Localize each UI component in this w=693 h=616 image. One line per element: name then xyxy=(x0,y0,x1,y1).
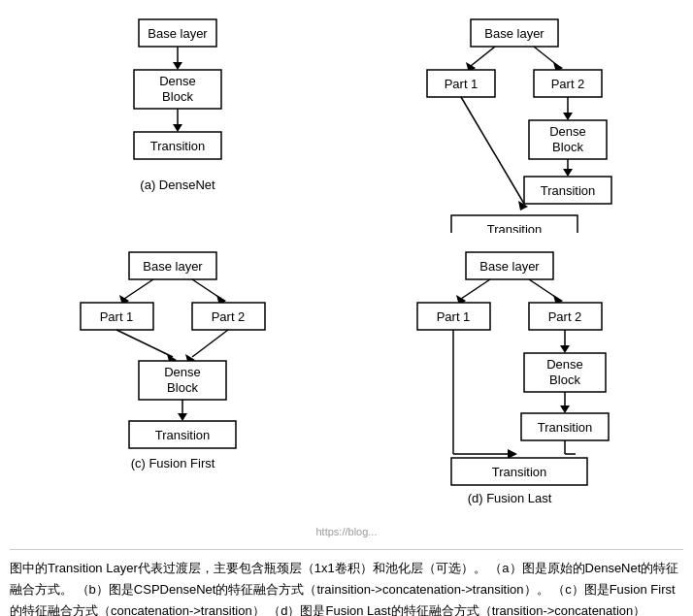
svg-text:(a) DenseNet: (a) DenseNet xyxy=(141,178,216,192)
svg-text:Transition: Transition xyxy=(541,183,596,198)
svg-text:Part 1: Part 1 xyxy=(445,77,478,91)
fusion-first-svg: Base layer Part 1 Part 2 xyxy=(66,243,289,485)
svg-marker-28 xyxy=(563,169,573,177)
description-text: 图中的Transition Layer代表过渡层，主要包含瓶颈层（1x1卷积）和… xyxy=(10,561,678,616)
svg-text:Base layer: Base layer xyxy=(148,26,209,41)
svg-text:Transition: Transition xyxy=(492,465,547,479)
svg-text:Dense: Dense xyxy=(165,365,202,379)
svg-text:Base layer: Base layer xyxy=(485,26,545,41)
svg-text:Part 1: Part 1 xyxy=(437,309,471,324)
watermark-url: https://blog... xyxy=(10,526,683,537)
svg-text:Block: Block xyxy=(550,373,581,387)
svg-marker-54 xyxy=(178,413,187,421)
svg-line-48 xyxy=(192,330,228,357)
svg-line-38 xyxy=(124,279,153,299)
svg-text:Dense: Dense xyxy=(160,74,197,88)
description-area: 图中的Transition Layer代表过渡层，主要包含瓶颈层（1x1卷积）和… xyxy=(10,549,683,616)
svg-text:Transition: Transition xyxy=(155,428,211,442)
cspdensenet-svg: Base layer Part 1 Part 2 Dense xyxy=(408,10,621,233)
diagram-d: Base layer Part 1 Part 2 Dense Block xyxy=(353,243,676,514)
fusion-last-svg: Base layer Part 1 Part 2 Dense Block xyxy=(403,243,626,514)
svg-marker-69 xyxy=(560,345,570,353)
svg-marker-8 xyxy=(173,124,182,132)
svg-line-31 xyxy=(461,97,524,204)
svg-line-60 xyxy=(461,279,490,299)
diagram-area: Base layer Dense Block Transition (a) De… xyxy=(10,10,683,616)
svg-text:(d) Fusion Last: (d) Fusion Last xyxy=(468,491,552,505)
svg-text:Block: Block xyxy=(168,380,199,395)
svg-text:Part 2: Part 2 xyxy=(212,309,246,324)
svg-text:(c) Fusion First: (c) Fusion First xyxy=(131,456,215,470)
svg-text:Base layer: Base layer xyxy=(480,259,541,274)
densenet-svg: Base layer Dense Block Transition (a) De… xyxy=(100,10,255,213)
svg-text:Transition: Transition xyxy=(487,222,543,233)
svg-text:Block: Block xyxy=(163,89,194,104)
svg-text:Dense: Dense xyxy=(547,357,584,372)
diagram-b: Base layer Part 1 Part 2 Dense xyxy=(353,10,676,233)
diagram-c: Base layer Part 1 Part 2 xyxy=(16,243,340,514)
svg-marker-23 xyxy=(563,113,573,120)
svg-text:Part 2: Part 2 xyxy=(551,77,585,91)
top-diagrams-row: Base layer Dense Block Transition (a) De… xyxy=(10,10,683,233)
blog-url-text: https://blog... xyxy=(316,526,378,537)
svg-marker-74 xyxy=(560,405,570,413)
svg-text:Transition: Transition xyxy=(150,139,206,153)
svg-line-46 xyxy=(116,330,173,357)
svg-text:Dense: Dense xyxy=(550,124,587,139)
svg-line-14 xyxy=(471,47,495,66)
svg-text:Part 1: Part 1 xyxy=(100,309,134,324)
svg-text:Transition: Transition xyxy=(538,420,593,435)
svg-text:Block: Block xyxy=(553,140,584,154)
svg-marker-3 xyxy=(173,62,182,70)
bottom-diagrams-row: Base layer Part 1 Part 2 xyxy=(10,243,683,514)
diagram-a: Base layer Dense Block Transition (a) De… xyxy=(16,10,340,233)
svg-text:Part 2: Part 2 xyxy=(548,309,582,324)
svg-text:Base layer: Base layer xyxy=(144,259,204,274)
